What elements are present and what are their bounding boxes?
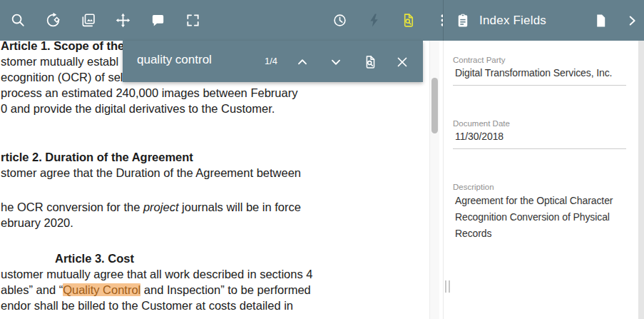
toolbar-right-group (314, 0, 451, 41)
fullscreen-icon[interactable] (185, 12, 201, 29)
search-bar: quality control 1/4 (123, 41, 423, 82)
comment-icon[interactable] (150, 12, 166, 29)
index-fields-header: Index Fields (443, 0, 644, 41)
field-underline (453, 85, 626, 86)
doc-line: endor shall be billed to the Customer at… (1, 298, 443, 313)
doc-line: he OCR conversion for the project journa… (1, 199, 443, 215)
document-viewer-app: Index Fields Article 1. Scope of thestom… (0, 0, 644, 319)
panel-title: Index Fields (479, 14, 546, 28)
document-page-icon[interactable] (593, 13, 608, 29)
previous-match-button[interactable] (293, 53, 312, 71)
panel-resize-handle[interactable] (445, 280, 452, 293)
field-value[interactable]: 11/30/2018 (453, 131, 634, 142)
field-description: Description Agreement for the Optical Ch… (453, 183, 634, 242)
lightning-icon[interactable] (366, 12, 382, 29)
field-value[interactable]: Digital Transformation Services, Inc. (453, 67, 634, 79)
doc-line: ebruary 2020. (1, 215, 443, 231)
pan-icon[interactable] (115, 12, 131, 29)
rotate-icon[interactable] (45, 12, 61, 29)
toolbar-left-group (0, 0, 201, 41)
close-search-icon[interactable] (393, 53, 412, 71)
document-scrollbar[interactable] (429, 41, 439, 319)
search-in-document-icon[interactable] (361, 53, 379, 71)
doc-line: Article 3. Cost (1, 250, 443, 266)
search-input[interactable]: quality control (137, 53, 212, 67)
search-hit-highlight: Quality Control (63, 283, 140, 296)
field-label: Document Date (453, 119, 634, 128)
search-match-counter: 1/4 (265, 56, 277, 66)
clipboard-icon (455, 13, 471, 29)
doc-line: ables” and “Quality Control and Inspecti… (1, 282, 443, 298)
doc-line: stomer agree that the Duration of the Ag… (1, 165, 443, 181)
field-value[interactable]: Agreement for the Optical Character Reco… (453, 193, 633, 242)
page-thumbnails-icon[interactable] (80, 12, 96, 29)
next-match-button[interactable] (327, 53, 345, 71)
panel-scrollbar[interactable] (638, 41, 644, 319)
field-label: Description (453, 183, 634, 191)
chevron-right-icon[interactable] (624, 13, 640, 29)
field-document-date: Document Date 11/30/2018 (453, 119, 634, 149)
document-search-icon[interactable] (400, 12, 416, 29)
search-icon[interactable] (10, 12, 26, 29)
field-label: Contract Party (453, 56, 634, 64)
doc-line: process an estimated 240,000 images betw… (1, 85, 443, 101)
history-clock-icon[interactable] (332, 12, 348, 29)
doc-line: 0 and provide the digital derivatives to… (1, 101, 443, 116)
index-fields-panel: Contract Party Digital Transformation Se… (443, 41, 644, 319)
field-underline (453, 148, 626, 149)
doc-line: rticle 2. Duration of the Agreement (1, 149, 443, 165)
doc-line: ustomer mutually agree that all work des… (1, 266, 443, 282)
scrollbar-thumb[interactable] (431, 78, 438, 133)
document-viewer[interactable]: Article 1. Scope of thestomer mutually e… (0, 41, 443, 319)
field-contract-party: Contract Party Digital Transformation Se… (453, 56, 634, 86)
